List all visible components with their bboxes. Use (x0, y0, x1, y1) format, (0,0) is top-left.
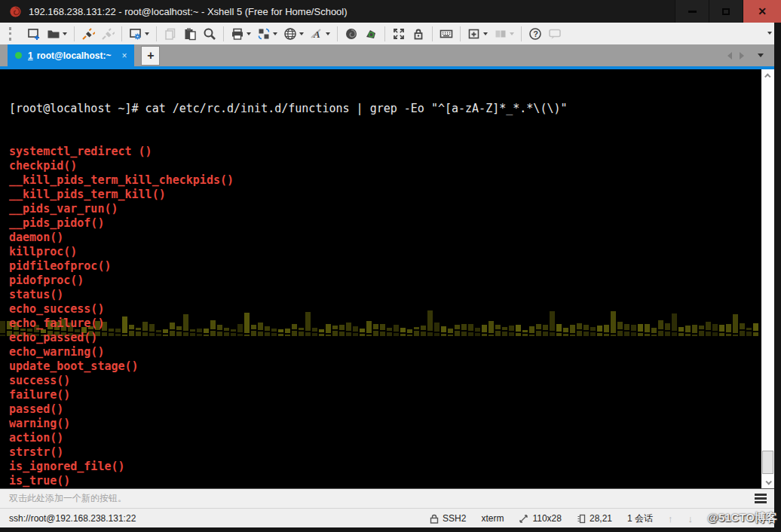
terminal-output-line: is_true() (9, 474, 759, 488)
tab-scroll-right-icon (740, 52, 744, 60)
terminal-output-line: killproc() (9, 245, 759, 259)
toolbar-separator (223, 26, 224, 41)
connected-dot-icon (15, 52, 22, 59)
terminal-output-line: echo_passed() (9, 331, 759, 345)
toolbar-separator (74, 26, 75, 41)
tab-bar: 1 root@localhost:~ × + (0, 44, 774, 66)
drag-handle-icon (8, 27, 21, 41)
terminal-output-line: strstr() (9, 445, 759, 460)
status-bar: ssh://root@192.168.238.131:22 SSH2 xterm… (0, 508, 774, 527)
drag-handle-button[interactable] (5, 24, 23, 44)
session-count: 1 会话 (627, 512, 653, 525)
duplicate-session-icon (164, 27, 177, 41)
cursor-position-status: 28,21 (577, 513, 612, 524)
terminal-output-line: echo_success() (9, 302, 759, 316)
connect-button[interactable] (79, 24, 97, 44)
terminal-type: xterm (481, 513, 504, 524)
toolbar-separator (521, 26, 522, 41)
new-terminal-button[interactable] (465, 24, 490, 44)
new-terminal-icon (467, 27, 481, 41)
fullscreen-button[interactable] (390, 24, 408, 44)
close-icon: ✕ (758, 6, 767, 17)
scrollbar-down-button[interactable] (761, 475, 774, 488)
help-icon: ? (528, 27, 542, 41)
dropdown-caret-icon[interactable] (247, 32, 251, 35)
lock-icon (430, 514, 439, 524)
window-title: 192.168.238.131:22 - root@localhost:~ - … (29, 6, 348, 17)
toolbar-separator (384, 26, 385, 41)
terminal-area[interactable]: [root@localhost ~]# cat /etc/rc.d/init.d… (0, 69, 774, 488)
xshell-logo-icon (9, 5, 22, 18)
web-browser-button[interactable] (281, 24, 306, 44)
open-session-button[interactable] (44, 24, 69, 44)
new-session-icon (27, 27, 41, 41)
feedback-button (546, 24, 564, 44)
font-button[interactable]: A (308, 24, 332, 44)
terminal-output-line: status() (9, 288, 759, 302)
scrollbar-up-button[interactable] (761, 69, 774, 82)
new-session-button[interactable] (25, 24, 43, 44)
tab-root-localhost[interactable]: 1 root@localhost:~ × (8, 44, 134, 66)
toolbar-separator (460, 26, 461, 41)
terminal-output: systemctl_redirect ()checkpid()__kill_pi… (9, 145, 759, 517)
print-button[interactable] (228, 24, 253, 44)
scroll-down-indicator-icon: ↓ (688, 513, 694, 524)
tab-label: root@localhost:~ (37, 50, 112, 61)
quick-button-bar[interactable]: 双击此处添加一个新的按钮。 (0, 488, 774, 508)
chevron-down-icon (765, 478, 771, 485)
scrollbar-thumb[interactable] (762, 451, 773, 474)
dropdown-caret-icon (510, 32, 514, 35)
site-watermark: @51CTO博客 (707, 511, 777, 525)
find-icon (203, 27, 216, 41)
find-button[interactable] (201, 24, 219, 44)
window-arrange-button[interactable] (255, 24, 280, 44)
tile-windows-button (492, 24, 516, 44)
xftp-app-button[interactable] (362, 24, 380, 44)
toolbar-overflow-caret[interactable] (767, 32, 772, 35)
close-button[interactable]: ✕ (743, 0, 781, 23)
terminal-output-line: systemctl_redirect () (9, 145, 759, 159)
terminal-scrollbar[interactable] (761, 69, 774, 488)
toolbar-separator (121, 26, 122, 41)
resize-icon (519, 514, 528, 524)
terminal-output-line: __kill_pids_term_kill_checkpids() (9, 173, 759, 188)
lock-screen-button[interactable] (409, 24, 427, 44)
scroll-up-indicator-icon: ↑ (668, 513, 673, 524)
screen-keyboard-button[interactable] (437, 24, 455, 44)
tab-close-icon[interactable]: × (121, 50, 127, 61)
terminal-output-line: is_ignored_file() (9, 460, 759, 474)
xftp-app-icon (364, 27, 378, 41)
terminal-output-line: warning() (9, 417, 759, 431)
xshell-app-icon (345, 27, 358, 41)
minimize-icon (688, 11, 697, 13)
quick-bar-menu-icon[interactable] (755, 494, 767, 503)
terminal-output-line: pidfileofproc() (9, 259, 759, 274)
dropdown-caret-icon[interactable] (299, 32, 304, 35)
maximize-button[interactable] (709, 0, 743, 23)
paste-button[interactable] (181, 24, 199, 44)
minimize-button[interactable] (675, 0, 709, 23)
xshell-app-button[interactable] (342, 24, 360, 44)
new-tab-button[interactable]: + (141, 46, 160, 66)
terminal-size-status: 110x28 (519, 513, 561, 524)
tab-list-caret-icon[interactable] (758, 54, 764, 57)
dropdown-caret-icon[interactable] (326, 32, 330, 35)
tile-windows-icon (494, 27, 507, 41)
dropdown-caret-icon[interactable] (273, 32, 277, 35)
terminal-output-line: update_boot_stage() (9, 359, 759, 374)
toolbar-items: A? (0, 23, 774, 44)
xshell-window: 192.168.238.131:22 - root@localhost:~ - … (0, 0, 781, 532)
terminal-output-line: success() (9, 374, 759, 388)
print-icon (231, 27, 244, 41)
terminal-output-line: __pids_var_run() (9, 202, 759, 216)
tab-number: 1 (28, 50, 33, 61)
session-properties-button[interactable] (127, 24, 152, 44)
terminal-output-line: __kill_pids_term_kill() (9, 188, 759, 202)
help-button[interactable]: ? (526, 24, 544, 44)
duplicate-session-button (161, 24, 179, 44)
dropdown-caret-icon[interactable] (483, 32, 488, 35)
dropdown-caret-icon[interactable] (63, 32, 67, 35)
terminal-output-line: pidofproc() (9, 274, 759, 288)
terminal-output-line: echo_warning() (9, 345, 759, 359)
dropdown-caret-icon[interactable] (145, 32, 149, 35)
